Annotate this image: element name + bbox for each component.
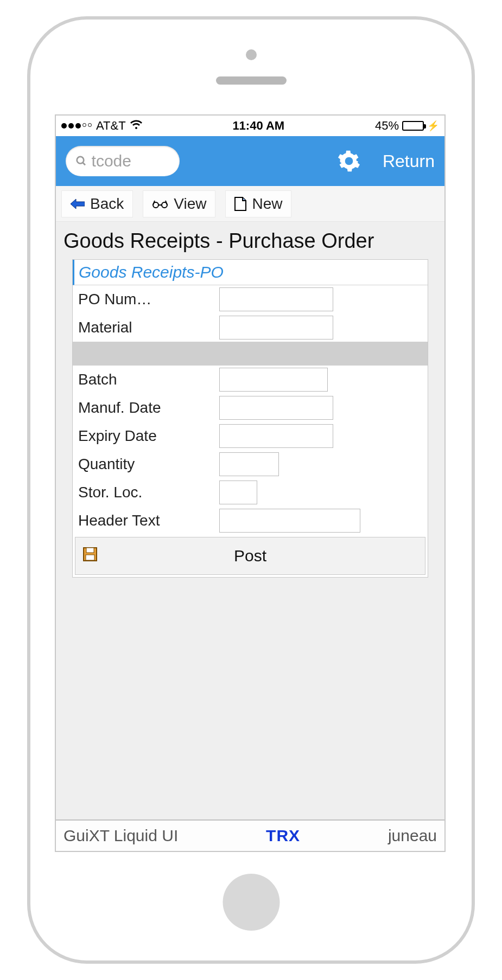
post-button[interactable]: Post [75,537,425,575]
quantity-input[interactable] [219,452,279,476]
search-icon [75,154,87,168]
new-label: New [252,195,282,213]
expiry-date-label: Expiry Date [78,427,219,445]
row-batch: Batch [73,366,428,394]
glasses-icon [152,199,168,209]
settings-button[interactable] [337,149,361,173]
save-icon [83,547,97,565]
manuf-date-input[interactable] [219,396,333,420]
svg-line-1 [82,163,85,165]
return-button[interactable]: Return [383,151,435,171]
divider-row [73,342,428,366]
new-doc-icon [234,197,246,211]
po-number-input[interactable] [219,287,333,311]
row-expiry-date: Expiry Date [73,422,428,450]
footer-brand: GuiXT Liquid UI [63,827,178,845]
row-quantity: Quantity [73,450,428,478]
form-panel: Goods Receipts-PO PO Num… Material Batch… [72,259,428,578]
camera-dot [246,49,257,60]
post-label: Post [234,547,266,565]
status-bar: AT&T 11:40 AM 45% ⚡ [56,116,444,136]
batch-label: Batch [78,371,219,388]
battery-icon [402,121,424,131]
header-text-input[interactable] [219,509,360,533]
header-text-label: Header Text [78,512,219,529]
svg-rect-5 [86,548,94,553]
phone-frame: AT&T 11:40 AM 45% ⚡ [27,16,475,964]
po-number-label: PO Num… [78,291,219,308]
footer-bar: GuiXT Liquid UI TRX juneau [56,819,444,851]
back-button[interactable]: Back [61,190,133,217]
back-label: Back [90,195,124,213]
battery-pct-label: 45% [375,119,399,133]
quantity-label: Quantity [78,456,219,473]
wifi-icon [130,119,142,133]
svg-point-0 [77,157,84,164]
new-button[interactable]: New [225,190,291,217]
panel-title: Goods Receipts-PO [73,260,428,285]
status-right: 45% ⚡ [375,119,439,133]
signal-icon [61,123,92,129]
footer-trx[interactable]: TRX [266,827,300,845]
tcode-search[interactable] [66,146,180,176]
status-left: AT&T [61,119,142,133]
tcode-input[interactable] [92,152,170,170]
row-header-text: Header Text [73,507,428,535]
footer-server: juneau [388,827,437,845]
svg-rect-6 [86,555,94,560]
row-stor-loc: Stor. Loc. [73,478,428,507]
clock-label: 11:40 AM [232,119,284,133]
stor-loc-input[interactable] [219,481,257,504]
material-label: Material [78,319,219,336]
expiry-date-input[interactable] [219,424,333,448]
manuf-date-label: Manuf. Date [78,399,219,417]
screen: AT&T 11:40 AM 45% ⚡ [55,114,446,852]
material-input[interactable] [219,316,333,340]
row-po-number: PO Num… [73,285,428,313]
view-label: View [174,195,206,213]
speaker-slot [216,76,287,85]
batch-input[interactable] [219,368,328,392]
toolbar: Back View New [56,186,444,222]
app-header: Return [56,136,444,186]
charging-icon: ⚡ [427,120,439,132]
row-material: Material [73,313,428,342]
page-title: Goods Receipts - Purchase Order [56,222,444,259]
view-button[interactable]: View [143,190,215,217]
carrier-label: AT&T [96,119,126,133]
back-arrow-icon [71,198,85,209]
row-manuf-date: Manuf. Date [73,394,428,422]
stor-loc-label: Stor. Loc. [78,484,219,501]
home-button[interactable] [223,874,279,931]
